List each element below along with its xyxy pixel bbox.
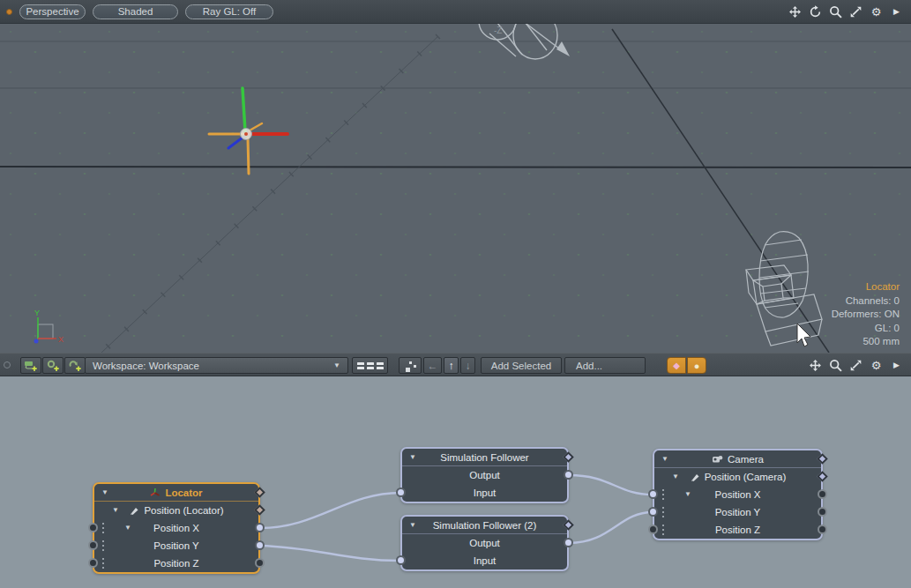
channel-dots <box>102 540 104 552</box>
panel-thumb-icon[interactable] <box>4 361 11 368</box>
channel-label: Position X <box>153 523 199 533</box>
input-row: Input <box>402 552 567 569</box>
node-simulation-follower-2[interactable]: ▼ Simulation Follower (2) Output Input <box>400 515 569 571</box>
channel-label: Position X <box>715 489 761 500</box>
hud-gl: GL: 0 <box>832 322 900 336</box>
pan-icon[interactable] <box>788 4 803 19</box>
layout-grid-icon <box>357 362 384 369</box>
gear-icon[interactable]: ⚙ <box>869 4 884 19</box>
collapse-triangle-icon[interactable]: ▼ <box>409 453 416 461</box>
output-port[interactable] <box>818 489 827 499</box>
channel-dots <box>102 558 104 569</box>
output-port-connected[interactable] <box>564 538 573 547</box>
add-dropdown-button[interactable]: Add... <box>564 357 646 374</box>
hud-deformers: Deformers: ON <box>832 308 900 322</box>
node-title: Simulation Follower (2) <box>433 520 537 531</box>
output-port-connected[interactable] <box>255 540 265 550</box>
node-title: Simulation Follower <box>440 452 528 463</box>
output-port[interactable] <box>818 525 827 534</box>
3d-viewport[interactable]: -Z <box>0 0 911 353</box>
collapse-triangle-icon[interactable]: ▼ <box>124 524 131 532</box>
input-port-connected[interactable] <box>396 488 406 497</box>
dot-indicator-icon: ● <box>694 361 700 371</box>
node-simulation-follower[interactable]: ▼ Simulation Follower Output Input <box>400 447 569 503</box>
input-row: Input <box>402 484 567 502</box>
channel-group-row: ▼ Position (Locator) <box>94 502 258 519</box>
camera-item-wireframe[interactable] <box>746 232 822 346</box>
diamond-indicator-icon: ◆ <box>673 361 680 370</box>
node-camera[interactable]: ▼ Camera ▼ Position (Camera) ▼ Position … <box>653 449 823 540</box>
input-label: Input <box>474 488 497 498</box>
nav-up-button[interactable]: ↑ <box>444 357 459 374</box>
schematic-toolbar: Workspace: Workspace ▼ ← ↑ ↓ Add Selecte… <box>0 353 911 376</box>
arrow-left-icon: ← <box>428 360 438 372</box>
output-port[interactable] <box>818 507 827 517</box>
nav-back-button[interactable]: ← <box>423 357 442 374</box>
output-label: Output <box>469 538 500 548</box>
axis-label-z: -Z <box>494 26 502 35</box>
collapse-triangle-icon[interactable]: ▼ <box>101 488 108 496</box>
hud-item-name: Locator <box>832 280 900 294</box>
maximize-icon[interactable] <box>848 358 863 373</box>
node-header[interactable]: ▼ Simulation Follower (2) <box>402 517 567 534</box>
layout-presets-button[interactable] <box>352 357 388 374</box>
panel-flyout-icon[interactable]: ▶ <box>889 4 904 19</box>
selection-info-hud: Locator Channels: 0 Deformers: ON GL: 0 … <box>832 280 900 349</box>
collapse-triangle-icon[interactable]: ▼ <box>661 455 668 463</box>
channel-row-position-z: Position Z <box>94 555 258 572</box>
viewport-thumb-icon[interactable] <box>6 9 12 15</box>
output-row: Output <box>402 534 567 552</box>
add-selected-button[interactable]: Add Selected <box>481 357 562 374</box>
viewport-view-controls: ⚙ ▶ <box>788 0 904 24</box>
panel-flyout-icon[interactable]: ▶ <box>889 358 904 373</box>
node-camera-header[interactable]: ▼ Camera <box>654 450 821 468</box>
zoom-icon[interactable] <box>828 358 843 373</box>
add-channel-button[interactable] <box>64 357 86 374</box>
solo-toggle-button[interactable]: ● <box>687 357 706 374</box>
output-row: Output <box>402 466 567 484</box>
output-port-connected[interactable] <box>564 470 573 480</box>
node-locator-header[interactable]: ▼ Locator <box>94 484 258 502</box>
channel-group-label: Position (Locator) <box>144 505 223 516</box>
input-port-connected[interactable] <box>396 555 406 565</box>
hud-grid-size: 500 mm <box>832 335 900 349</box>
collapse-triangle-icon[interactable]: ▼ <box>672 473 679 480</box>
node-header[interactable]: ▼ Simulation Follower <box>402 449 567 466</box>
workspace-dropdown-value: Workspace: Workspace <box>93 361 199 371</box>
channel-row-position-z: Position Z <box>654 521 821 539</box>
collapse-triangle-icon[interactable]: ▼ <box>409 521 416 529</box>
input-port[interactable] <box>88 523 98 532</box>
input-port[interactable] <box>88 540 98 550</box>
input-port[interactable] <box>648 525 658 534</box>
workspace-dropdown[interactable]: Workspace: Workspace ▼ <box>85 357 348 374</box>
node-locator[interactable]: ▼ Locator ▼ Position (Locator) ▼ Positio… <box>93 482 260 574</box>
add-workspace-button[interactable] <box>20 357 41 374</box>
add-workspace-icon <box>24 360 38 372</box>
rotate-icon[interactable] <box>808 4 823 19</box>
view-type-button[interactable]: Perspective <box>19 4 86 19</box>
auto-arrange-button[interactable] <box>399 357 422 374</box>
input-port-connected[interactable] <box>648 507 658 517</box>
channel-group-label: Position (Camera) <box>705 472 787 482</box>
output-port[interactable] <box>255 558 265 568</box>
3d-scene[interactable]: -Z <box>0 24 911 353</box>
channel-dots <box>662 525 664 536</box>
maximize-icon[interactable] <box>848 4 863 19</box>
channel-dots <box>662 507 664 518</box>
input-port-connected[interactable] <box>648 489 658 499</box>
raygl-button[interactable]: Ray GL: Off <box>185 4 273 19</box>
gear-icon[interactable]: ⚙ <box>869 358 884 373</box>
collapse-triangle-icon[interactable]: ▼ <box>112 506 119 514</box>
add-node-button[interactable] <box>42 357 63 374</box>
nav-down-button[interactable]: ↓ <box>460 357 475 374</box>
channel-row-position-y: Position Y <box>654 503 821 521</box>
collapse-triangle-icon[interactable]: ▼ <box>684 490 691 498</box>
channel-label: Position Y <box>153 540 199 551</box>
move-manipulator[interactable] <box>209 88 287 174</box>
output-port-connected[interactable] <box>255 523 265 532</box>
overlay-toggle-button[interactable]: ◆ <box>667 357 686 374</box>
input-port[interactable] <box>88 558 98 568</box>
zoom-icon[interactable] <box>828 4 843 19</box>
pan-icon[interactable] <box>808 358 823 373</box>
shading-mode-button[interactable]: Shaded <box>93 4 178 19</box>
